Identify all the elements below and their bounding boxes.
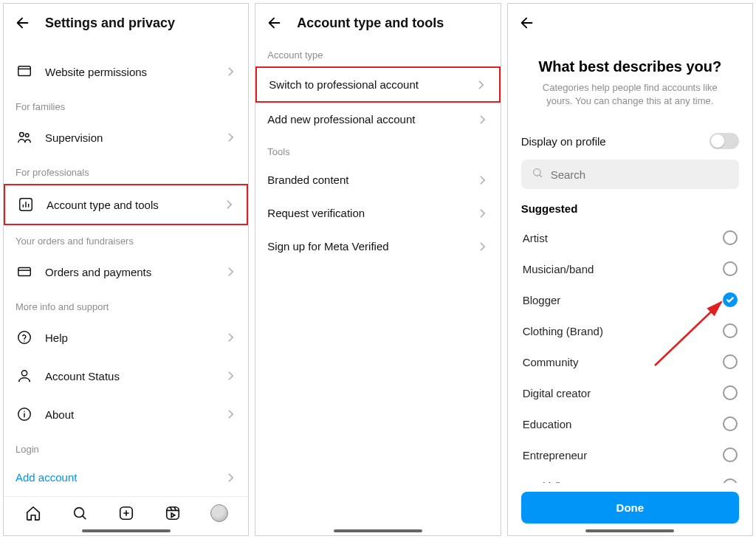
category-list: ArtistMusician/bandBloggerClothing (Bran… — [521, 222, 739, 483]
row-branded-content[interactable]: Branded content — [255, 163, 500, 196]
display-toggle[interactable] — [709, 133, 739, 149]
row-label: Supervision — [45, 131, 213, 144]
row-orders-payments[interactable]: Orders and payments — [4, 253, 248, 291]
chevron-right-icon — [224, 66, 236, 78]
row-logout[interactable]: Log out anshuman.jain.94 — [4, 494, 248, 496]
row-meta-verified[interactable]: Sign up for Meta Verified — [255, 230, 500, 263]
chevron-right-icon — [477, 174, 489, 186]
header: Settings and privacy — [4, 4, 248, 39]
row-add-professional[interactable]: Add new professional account — [255, 103, 500, 136]
row-about[interactable]: About — [4, 395, 248, 433]
svg-point-6 — [21, 371, 27, 376]
search-icon — [532, 167, 543, 182]
category-body: What best describes you? Categories help… — [508, 39, 752, 535]
radio-checked-icon[interactable] — [723, 292, 738, 307]
svg-point-1 — [20, 133, 24, 137]
radio-icon[interactable] — [723, 385, 738, 400]
chevron-right-icon — [477, 114, 489, 126]
row-label: Add account — [16, 471, 213, 484]
globe-icon — [16, 63, 33, 80]
category-label: Musician/band — [523, 263, 594, 275]
header: Account type and tools — [255, 4, 500, 39]
row-label: Request verification — [267, 207, 464, 219]
category-row[interactable]: Education — [521, 408, 739, 439]
radio-icon[interactable] — [723, 230, 738, 245]
search-input[interactable] — [551, 168, 729, 181]
category-label: Education — [523, 418, 572, 430]
add-post-icon[interactable] — [117, 504, 135, 522]
category-row[interactable]: Entrepreneur — [521, 439, 739, 470]
category-label: Community — [523, 356, 579, 368]
reels-icon[interactable] — [164, 504, 182, 522]
category-label: Blogger — [523, 294, 561, 306]
section-account-type: Account type — [255, 39, 500, 66]
chevron-right-icon — [475, 79, 487, 91]
svg-point-2 — [25, 134, 29, 137]
page-title: Settings and privacy — [45, 16, 175, 31]
home-indicator — [82, 529, 171, 532]
people-icon — [16, 128, 33, 146]
info-icon — [16, 405, 33, 423]
svg-point-11 — [533, 169, 540, 176]
back-arrow-icon[interactable] — [266, 14, 284, 32]
category-row[interactable]: Musician/band — [521, 253, 739, 284]
section-more-info: More info and support — [4, 291, 248, 318]
home-indicator — [334, 529, 422, 532]
row-label: Account type and tools — [47, 199, 211, 211]
chevron-right-icon — [224, 472, 236, 484]
radio-icon[interactable] — [723, 478, 738, 483]
radio-icon[interactable] — [723, 354, 738, 369]
category-title: What best describes you? — [521, 58, 739, 75]
category-row[interactable]: Artist — [521, 222, 739, 253]
chevron-right-icon — [477, 207, 489, 219]
back-arrow-icon[interactable] — [14, 14, 32, 32]
category-row[interactable]: Digital creator — [521, 377, 739, 408]
row-help[interactable]: Help — [4, 318, 248, 357]
radio-icon[interactable] — [723, 447, 738, 462]
back-arrow-icon[interactable] — [518, 14, 536, 32]
category-label: Entrepreneur — [523, 449, 588, 461]
row-label: Sign up for Meta Verified — [267, 240, 464, 253]
category-row[interactable]: Health/beauty — [521, 470, 739, 483]
toggle-label: Display on profile — [521, 135, 606, 148]
chevron-right-icon — [224, 131, 236, 143]
header — [508, 4, 752, 39]
category-search[interactable] — [521, 159, 739, 189]
chevron-right-icon — [224, 370, 236, 382]
row-label: Add new professional account — [267, 113, 464, 126]
chevron-right-icon — [224, 266, 236, 278]
panel-categories: What best describes you? Categories help… — [507, 3, 753, 536]
category-subtitle: Categories help people find accounts lik… — [521, 81, 739, 108]
category-row[interactable]: Blogger — [521, 284, 739, 315]
help-icon — [16, 329, 33, 346]
category-row[interactable]: Community — [521, 346, 739, 377]
cropped-row: … … … — [4, 39, 248, 52]
section-orders: Your orders and fundraisers — [4, 225, 248, 253]
row-account-status[interactable]: Account Status — [4, 357, 248, 395]
account-type-list: Account type Switch to professional acco… — [255, 39, 500, 526]
radio-icon[interactable] — [723, 261, 738, 276]
home-icon[interactable] — [24, 504, 42, 522]
category-label: Clothing (Brand) — [523, 325, 603, 337]
search-icon[interactable] — [71, 504, 89, 522]
category-label: Artist — [523, 232, 548, 244]
done-button[interactable]: Done — [521, 492, 739, 523]
row-request-verification[interactable]: Request verification — [255, 196, 500, 230]
category-label: Health/beauty — [523, 480, 591, 483]
svg-rect-10 — [166, 507, 179, 520]
display-on-profile-row: Display on profile — [521, 133, 739, 149]
row-supervision[interactable]: Supervision — [4, 118, 248, 157]
category-row[interactable]: Clothing (Brand) — [521, 315, 739, 346]
tab-bar — [4, 496, 248, 526]
radio-icon[interactable] — [723, 416, 738, 431]
row-label: Help — [45, 332, 213, 344]
row-website-permissions[interactable]: Website permissions — [4, 52, 248, 91]
svg-point-8 — [74, 508, 83, 518]
row-switch-professional[interactable]: Switch to professional account — [255, 66, 500, 103]
radio-icon[interactable] — [723, 323, 738, 338]
panel-settings: Settings and privacy … … … Website permi… — [3, 3, 249, 536]
profile-avatar[interactable] — [210, 504, 228, 522]
person-icon — [16, 367, 33, 385]
row-add-account[interactable]: Add account — [4, 461, 248, 494]
row-account-type-tools[interactable]: Account type and tools — [4, 184, 248, 225]
